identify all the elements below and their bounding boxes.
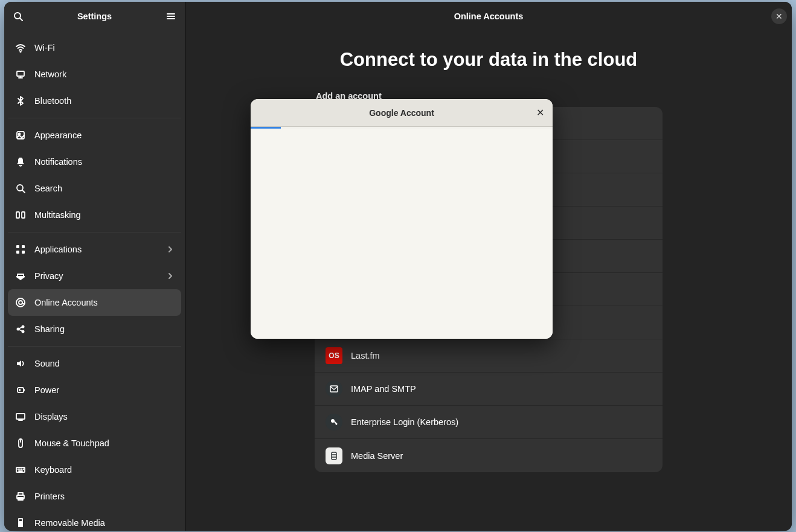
sidebar-item-power[interactable]: Power <box>8 377 181 403</box>
sidebar-item-label: Privacy <box>34 271 167 281</box>
sidebar-item-printers[interactable]: Printers <box>8 483 181 510</box>
search-icon <box>13 11 23 21</box>
sidebar: Settings Wi-FiNetworkBluetoothAppearance… <box>4 2 185 531</box>
svg-rect-44 <box>330 386 338 392</box>
sidebar-item-sharing[interactable]: Sharing <box>8 316 181 342</box>
mouse-icon <box>15 438 26 449</box>
dialog-body <box>251 129 553 339</box>
svg-point-5 <box>20 51 21 53</box>
at-icon <box>15 297 26 308</box>
sidebar-item-search[interactable]: Search <box>8 175 181 202</box>
account-item-lastfm[interactable]: OSLast.fm <box>315 339 663 373</box>
svg-rect-40 <box>18 493 23 495</box>
close-button[interactable]: ✕ <box>771 8 787 24</box>
sidebar-item-displays[interactable]: Displays <box>8 403 181 430</box>
sidebar-item-privacy[interactable]: Privacy <box>8 263 181 289</box>
sidebar-item-label: Sharing <box>34 324 174 334</box>
sidebar-item-label: Power <box>34 385 174 395</box>
hamburger-icon <box>166 11 176 21</box>
svg-rect-15 <box>16 245 19 248</box>
close-icon: ✕ <box>775 11 783 21</box>
progress-bar-fill <box>251 127 281 129</box>
search-icon <box>15 183 26 194</box>
settings-window: Settings Wi-FiNetworkBluetoothAppearance… <box>4 2 792 531</box>
sidebar-item-bluetooth[interactable]: Bluetooth <box>8 88 181 114</box>
sidebar-body: Wi-FiNetworkBluetoothAppearanceNotificat… <box>4 31 185 531</box>
svg-point-34 <box>18 469 19 470</box>
sidebar-item-network[interactable]: Network <box>8 61 181 88</box>
svg-rect-48 <box>332 452 336 460</box>
apps-icon <box>15 244 26 255</box>
sidebar-item-label: Applications <box>34 245 167 254</box>
sidebar-item-label: Search <box>34 184 174 193</box>
sidebar-item-label: Online Accounts <box>34 298 174 307</box>
svg-rect-18 <box>22 251 25 254</box>
svg-point-10 <box>19 133 21 135</box>
privacy-icon <box>15 271 26 281</box>
svg-line-24 <box>19 327 22 328</box>
sidebar-separator <box>8 118 181 118</box>
main-header: Online Accounts ✕ <box>185 2 792 31</box>
sidebar-item-label: Multitasking <box>34 210 174 220</box>
svg-rect-14 <box>22 212 25 218</box>
svg-point-37 <box>24 469 24 470</box>
sidebar-item-removable[interactable]: Removable Media <box>8 510 181 531</box>
menu-button[interactable] <box>161 6 181 27</box>
account-item-media[interactable]: Media Server <box>315 439 663 472</box>
svg-rect-43 <box>18 522 23 527</box>
sidebar-separator <box>8 346 181 347</box>
search-button[interactable] <box>8 6 28 27</box>
sidebar-item-wifi[interactable]: Wi-Fi <box>8 34 181 61</box>
imap-icon <box>326 380 342 397</box>
power-icon <box>15 385 26 396</box>
svg-rect-13 <box>16 212 19 218</box>
sharing-icon <box>15 324 26 335</box>
media-icon <box>326 447 342 464</box>
sidebar-header: Settings <box>4 2 185 31</box>
sidebar-item-online-accounts[interactable]: Online Accounts <box>8 289 181 316</box>
account-item-imap[interactable]: IMAP and SMTP <box>315 373 663 406</box>
sidebar-separator <box>8 232 181 232</box>
svg-point-20 <box>19 301 22 304</box>
sidebar-item-label: Sound <box>34 359 174 368</box>
sidebar-item-label: Mouse & Touchpad <box>34 438 174 448</box>
svg-point-35 <box>20 469 21 470</box>
svg-rect-42 <box>19 519 22 522</box>
sidebar-item-label: Displays <box>34 412 174 421</box>
appearance-icon <box>15 130 26 141</box>
sidebar-item-mouse[interactable]: Mouse & Touchpad <box>8 430 181 457</box>
bluetooth-icon <box>15 95 26 106</box>
sidebar-item-sound[interactable]: Sound <box>8 350 181 377</box>
usb-icon <box>15 518 26 528</box>
provider-label: IMAP and SMTP <box>351 384 416 394</box>
dialog-close-button[interactable]: ✕ <box>532 105 548 121</box>
account-item-kerberos[interactable]: Enterprise Login (Kerberos) <box>315 406 663 439</box>
sidebar-item-label: Notifications <box>34 157 174 167</box>
wifi-icon <box>15 42 26 53</box>
sidebar-item-applications[interactable]: Applications <box>8 236 181 263</box>
svg-point-19 <box>16 298 25 307</box>
sidebar-item-multitasking[interactable]: Multitasking <box>8 202 181 228</box>
multitasking-icon <box>15 210 26 220</box>
provider-label: Media Server <box>351 451 403 461</box>
sidebar-item-label: Keyboard <box>34 465 174 475</box>
kerberos-icon <box>326 414 342 431</box>
sidebar-item-keyboard[interactable]: Keyboard <box>8 457 181 483</box>
svg-rect-29 <box>16 414 25 419</box>
sidebar-item-label: Network <box>34 69 174 79</box>
svg-rect-9 <box>17 132 24 139</box>
sidebar-item-label: Removable Media <box>34 518 174 528</box>
main-header-title: Online Accounts <box>206 11 771 21</box>
sound-icon <box>15 358 26 369</box>
network-icon <box>15 69 26 80</box>
chevron-right-icon <box>167 272 174 280</box>
sidebar-item-label: Bluetooth <box>34 96 174 106</box>
keyboard-icon <box>15 464 26 475</box>
close-icon: ✕ <box>536 107 544 118</box>
svg-line-1 <box>20 18 22 21</box>
google-account-dialog: Google Account ✕ <box>251 99 553 339</box>
sidebar-item-notifications[interactable]: Notifications <box>8 149 181 175</box>
sidebar-item-appearance[interactable]: Appearance <box>8 122 181 149</box>
svg-line-25 <box>19 330 22 331</box>
sidebar-item-label: Wi-Fi <box>34 43 174 53</box>
